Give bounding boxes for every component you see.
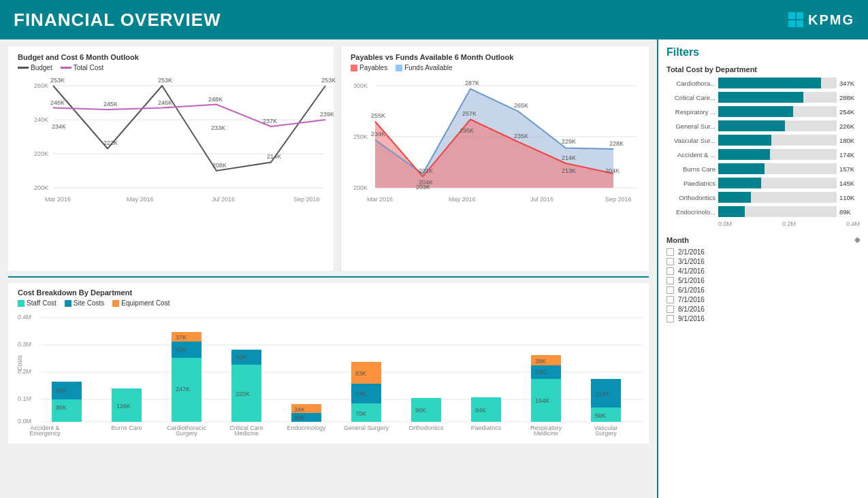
- svg-text:Sep 2016: Sep 2016: [293, 196, 320, 203]
- svg-text:287K: 287K: [465, 80, 479, 86]
- bar-track: [718, 149, 837, 160]
- bar-fill: [718, 178, 761, 188]
- app-title: FINANCIAL OVERVIEW: [14, 10, 221, 31]
- svg-text:Medicine: Medicine: [234, 430, 259, 437]
- month-checkbox-7[interactable]: [666, 315, 674, 322]
- budget-legend-budget-label: Budget: [31, 64, 52, 71]
- svg-text:Burns Care: Burns Care: [111, 425, 142, 431]
- svg-text:Endocrinology: Endocrinology: [287, 425, 326, 431]
- total-cost-line-icon: [61, 67, 71, 69]
- month-item-0[interactable]: 2/1/2016: [666, 248, 860, 256]
- month-item-7[interactable]: 9/1/2016: [666, 315, 860, 322]
- svg-text:213K: 213K: [562, 167, 576, 174]
- filters-sidebar: Filters Total Cost by Department Cardiot…: [657, 39, 868, 498]
- staff-cost-icon: [18, 300, 25, 307]
- month-item-3[interactable]: 5/1/2016: [666, 277, 860, 284]
- svg-text:Jul 2016: Jul 2016: [212, 196, 235, 203]
- svg-text:Mar 2016: Mar 2016: [367, 196, 393, 203]
- month-label-6: 8/1/2016: [678, 305, 705, 313]
- site-costs-legend: Site Costs: [65, 299, 105, 307]
- svg-text:83K: 83K: [355, 370, 366, 377]
- site-costs-icon: [65, 300, 71, 307]
- dept-chart-title: Cost Breakdown By Department: [18, 288, 639, 297]
- svg-text:253K: 253K: [321, 77, 336, 84]
- month-filter-header: Month ◈: [666, 235, 860, 244]
- budget-chart-svg: 260K 240K 220K 200K 253K 222K: [18, 76, 324, 239]
- staff-cost-label: Staff Cost: [27, 299, 57, 307]
- svg-text:38K: 38K: [535, 358, 546, 365]
- svg-text:195K: 195K: [460, 127, 474, 134]
- charts-area: Budget and Cost 6 Month Outlook Budget T…: [0, 39, 657, 498]
- svg-text:237K: 237K: [263, 118, 277, 124]
- svg-text:234K: 234K: [371, 131, 385, 137]
- svg-text:90K: 90K: [415, 407, 426, 414]
- svg-text:214K: 214K: [267, 153, 281, 160]
- dept-bar-row: Accident & ... 174K: [666, 149, 860, 160]
- svg-text:247K: 247K: [176, 386, 190, 393]
- budget-legend-total-cost-label: Total Cost: [74, 64, 103, 71]
- payables-legend-payables-label: Payables: [359, 64, 387, 71]
- month-label-5: 7/1/2016: [678, 296, 705, 303]
- svg-text:200K: 200K: [353, 184, 368, 191]
- payables-chart-panel: Payables vs Funds Available 6 Month Outl…: [340, 46, 649, 271]
- svg-text:111K: 111K: [595, 391, 609, 397]
- month-item-6[interactable]: 8/1/2016: [666, 305, 860, 313]
- month-item-5[interactable]: 7/1/2016: [666, 296, 860, 303]
- svg-text:Surgery: Surgery: [595, 430, 617, 437]
- filters-title: Filters: [666, 46, 860, 59]
- month-item-1[interactable]: 3/1/2016: [666, 258, 860, 265]
- dept-bar-axis: 0.0M 0.2M 0.4M: [666, 220, 860, 227]
- dept-bar-row: Cardiothora... 347K: [666, 78, 860, 88]
- payables-chart-title: Payables vs Funds Available 6 Month Outl…: [351, 53, 639, 61]
- svg-text:239K: 239K: [320, 111, 334, 118]
- bar-fill: [718, 163, 765, 174]
- month-checkbox-5[interactable]: [666, 296, 674, 303]
- svg-text:250K: 250K: [353, 133, 368, 140]
- month-item-4[interactable]: 6/1/2016: [666, 286, 860, 294]
- svg-text:255K: 255K: [371, 112, 385, 119]
- dept-bar-row: General Sur... 226K: [666, 120, 860, 131]
- svg-text:Jul 2016: Jul 2016: [530, 196, 553, 203]
- bar-fill: [718, 92, 803, 103]
- month-filter-title: Month: [666, 236, 689, 244]
- month-checkbox-3[interactable]: [666, 277, 674, 284]
- dept-chart-svg: 0.4M 0.3M 0.2M 0.1M 0.0M 86K: [18, 311, 644, 437]
- svg-text:204K: 204K: [605, 167, 620, 174]
- svg-text:56K: 56K: [236, 354, 246, 361]
- month-checkbox-1[interactable]: [666, 258, 674, 265]
- main-content: Budget and Cost 6 Month Outlook Budget T…: [0, 39, 868, 498]
- svg-text:164K: 164K: [535, 397, 549, 404]
- dept-legend: Staff Cost Site Costs Equipment Cost: [18, 299, 639, 307]
- svg-text:245K: 245K: [103, 101, 118, 107]
- svg-text:257K: 257K: [462, 110, 477, 117]
- month-checkbox-4[interactable]: [666, 286, 674, 294]
- svg-text:253K: 253K: [158, 77, 172, 84]
- svg-text:36K: 36K: [294, 414, 305, 421]
- svg-text:220K: 220K: [34, 150, 48, 157]
- funds-icon: [396, 65, 402, 71]
- svg-text:63K: 63K: [176, 346, 187, 353]
- month-checkbox-0[interactable]: [666, 248, 674, 256]
- svg-text:240K: 240K: [34, 116, 48, 123]
- month-checkbox-6[interactable]: [666, 305, 674, 313]
- bar-track: [718, 120, 837, 131]
- bar-track: [718, 135, 837, 146]
- svg-text:246K: 246K: [158, 99, 172, 106]
- payables-icon: [351, 65, 357, 71]
- svg-text:248K: 248K: [208, 96, 223, 103]
- month-label-7: 9/1/2016: [678, 315, 705, 322]
- bar-track: [718, 206, 837, 217]
- dept-bar-row: Orthodontics 110K: [666, 192, 860, 203]
- svg-text:234K: 234K: [52, 123, 66, 130]
- svg-text:126K: 126K: [116, 403, 131, 410]
- clear-month-icon[interactable]: ◈: [854, 235, 860, 244]
- month-checkbox-2[interactable]: [666, 267, 674, 275]
- bar-fill: [718, 78, 821, 88]
- dept-bar-row: Burns Care 157K: [666, 163, 860, 174]
- month-item-2[interactable]: 4/1/2016: [666, 267, 860, 275]
- month-label-4: 6/1/2016: [678, 286, 705, 294]
- svg-text:37K: 37K: [176, 334, 187, 341]
- svg-text:Costs: Costs: [16, 354, 23, 371]
- section-divider: [8, 276, 649, 278]
- bar-track: [718, 78, 837, 88]
